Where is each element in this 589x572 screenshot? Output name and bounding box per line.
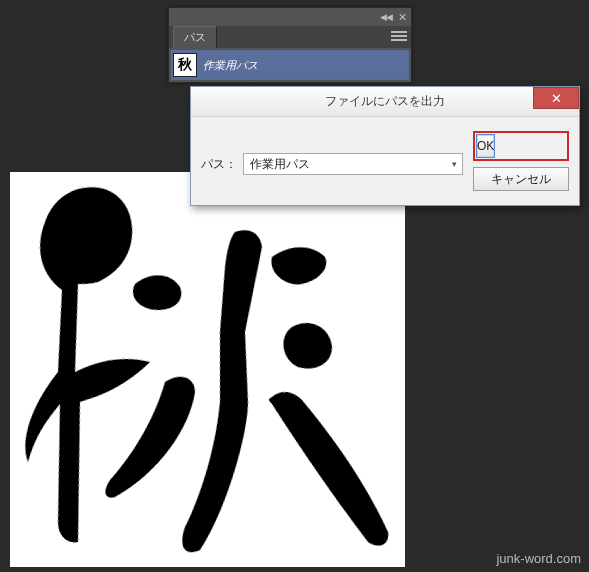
close-icon[interactable]: ✕ — [398, 11, 407, 24]
paths-list: 秋 作業用パス — [169, 48, 411, 82]
dialog-title-bar: ファイルにパスを出力 ✕ — [191, 87, 579, 117]
panel-menu-icon[interactable] — [391, 29, 407, 43]
dialog-title-text: ファイルにパスを出力 — [325, 93, 445, 110]
tab-paths[interactable]: パス — [173, 26, 217, 48]
path-item-label: 作業用パス — [203, 58, 258, 73]
paths-panel: ◀◀ ✕ パス 秋 作業用パス — [168, 7, 412, 83]
ok-button[interactable]: OK — [476, 134, 495, 158]
panel-tab-row: パス — [169, 26, 411, 48]
watermark-text: junk-word.com — [496, 551, 581, 566]
close-x-icon: ✕ — [551, 91, 562, 106]
path-field-label: パス： — [201, 156, 237, 173]
panel-header: ◀◀ ✕ — [169, 8, 411, 26]
path-select-wrap: ▾ — [243, 153, 463, 175]
ok-button-highlight: OK — [473, 131, 569, 161]
path-field-row: パス： ▾ — [201, 131, 463, 191]
dialog-body: パス： ▾ OK キャンセル — [191, 117, 579, 205]
dialog-close-button[interactable]: ✕ — [533, 87, 579, 109]
path-select[interactable] — [243, 153, 463, 175]
cancel-button[interactable]: キャンセル — [473, 167, 569, 191]
path-item-work[interactable]: 秋 作業用パス — [171, 50, 409, 80]
dialog-buttons: OK キャンセル — [473, 131, 569, 191]
collapse-icon[interactable]: ◀◀ — [380, 12, 392, 22]
export-paths-dialog: ファイルにパスを出力 ✕ パス： ▾ OK キャンセル — [190, 86, 580, 206]
image-canvas[interactable] — [10, 172, 405, 567]
calligraphy-character — [10, 172, 405, 567]
path-thumbnail: 秋 — [173, 53, 197, 77]
